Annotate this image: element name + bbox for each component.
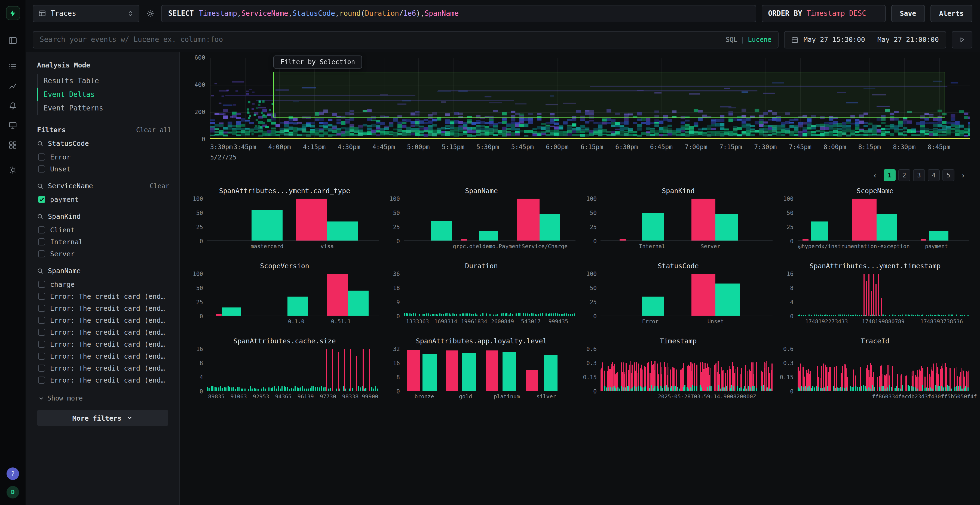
filter-option[interactable]: Error: The credit card (end… bbox=[37, 350, 172, 362]
pagination-prev[interactable]: ‹ bbox=[869, 169, 881, 181]
filter-option[interactable]: Error: The credit card (end… bbox=[37, 362, 172, 374]
order-by-editor[interactable]: ORDER BYTimestamp DESC bbox=[761, 5, 886, 22]
mini-chart-plot[interactable] bbox=[601, 199, 772, 241]
checkbox[interactable] bbox=[38, 316, 45, 324]
source-select[interactable]: Traces bbox=[33, 5, 139, 22]
mini-chart-plot[interactable] bbox=[601, 274, 772, 316]
filter-option[interactable]: payment bbox=[37, 193, 172, 205]
filter-option[interactable]: Error: The credit card (end… bbox=[37, 302, 172, 314]
bar bbox=[853, 387, 854, 391]
sql-select-editor[interactable]: SELECTTimestamp,ServiceName,StatusCode,r… bbox=[161, 5, 756, 22]
x-tick-label: grpc.oteldemo.PaymentService/Charge bbox=[453, 243, 568, 249]
bar bbox=[923, 385, 924, 391]
pagination-page-5[interactable]: 5 bbox=[942, 169, 955, 181]
bar bbox=[649, 388, 650, 391]
mini-chart-plot[interactable] bbox=[207, 199, 379, 241]
more-filters-button[interactable]: More filters bbox=[37, 410, 168, 426]
bar bbox=[803, 387, 804, 391]
analysis-mode-event-deltas[interactable]: Event Deltas bbox=[37, 87, 172, 101]
source-settings-gear-icon[interactable] bbox=[145, 8, 156, 19]
checkbox[interactable] bbox=[38, 238, 45, 245]
filter-option-label: Error: The credit card (end… bbox=[50, 352, 165, 360]
mini-chart-plot[interactable] bbox=[207, 349, 379, 391]
checkbox[interactable] bbox=[38, 353, 45, 359]
filter-option[interactable]: Error: The credit card (end… bbox=[37, 314, 172, 326]
bar bbox=[542, 313, 543, 316]
bar bbox=[229, 387, 230, 391]
checkbox[interactable] bbox=[38, 305, 45, 311]
filter-option[interactable]: Internal bbox=[37, 236, 172, 248]
app-root: ? D Traces SELECTTimestamp,ServiceName,S… bbox=[0, 0, 980, 505]
mini-chart-plot[interactable] bbox=[207, 274, 379, 316]
bar bbox=[516, 314, 517, 316]
checkbox[interactable] bbox=[38, 226, 45, 233]
alerts-button[interactable]: Alerts bbox=[931, 5, 972, 22]
help-button[interactable]: ? bbox=[6, 467, 19, 480]
filter-option[interactable]: Error: The credit card (end… bbox=[37, 326, 172, 338]
services-grid-icon[interactable] bbox=[5, 137, 21, 153]
bar bbox=[315, 387, 316, 391]
checkbox[interactable] bbox=[38, 153, 45, 160]
hyperdx-logo[interactable] bbox=[6, 6, 20, 20]
panels-icon[interactable] bbox=[5, 32, 21, 48]
search-input[interactable] bbox=[40, 35, 718, 43]
pagination-page-2[interactable]: 2 bbox=[898, 169, 910, 181]
mini-chart-plot[interactable] bbox=[404, 274, 576, 316]
filter-option[interactable]: charge bbox=[37, 278, 172, 290]
mini-chart-plot[interactable] bbox=[797, 199, 969, 241]
line-chart-icon[interactable] bbox=[5, 78, 21, 94]
filter-group-header-statuscode[interactable]: StatusCode bbox=[37, 139, 172, 148]
pagination-page-3[interactable]: 3 bbox=[913, 169, 925, 181]
checkbox[interactable] bbox=[38, 364, 45, 372]
analysis-mode-event-patterns[interactable]: Event Patterns bbox=[37, 101, 172, 115]
filter-group-header-spanname[interactable]: SpanName bbox=[37, 267, 172, 275]
heatmap-plot[interactable]: Filter by Selection bbox=[210, 58, 970, 139]
mini-chart-plot[interactable] bbox=[797, 274, 969, 316]
filter-group-header-spankind[interactable]: SpanKind bbox=[37, 212, 172, 221]
bar bbox=[888, 365, 888, 391]
mini-chart-plot[interactable] bbox=[404, 349, 576, 391]
show-more-button[interactable]: Show more bbox=[37, 393, 172, 402]
checkbox[interactable] bbox=[38, 340, 45, 348]
bar bbox=[963, 315, 964, 316]
bar bbox=[941, 315, 942, 316]
checkbox[interactable] bbox=[38, 281, 45, 287]
checkbox[interactable] bbox=[38, 376, 45, 383]
clear-all-filters-button[interactable]: Clear all bbox=[136, 126, 172, 133]
filter-option[interactable]: Error: The credit card (end… bbox=[37, 290, 172, 302]
bar bbox=[727, 370, 728, 391]
x-tick-label: 6:30pm bbox=[615, 143, 638, 151]
filter-option[interactable]: Error bbox=[37, 151, 172, 163]
alerts-bell-icon[interactable] bbox=[5, 97, 21, 114]
user-avatar[interactable]: D bbox=[6, 486, 19, 499]
checkbox[interactable] bbox=[38, 292, 45, 300]
mini-chart-plot[interactable] bbox=[797, 349, 969, 391]
filter-option[interactable]: Server bbox=[37, 248, 172, 260]
analysis-mode-results-table[interactable]: Results Table bbox=[37, 74, 172, 87]
dashboards-monitor-icon[interactable] bbox=[5, 117, 21, 133]
pagination-next[interactable]: › bbox=[957, 169, 969, 181]
checkbox-checked[interactable] bbox=[38, 195, 45, 203]
checkbox[interactable] bbox=[38, 329, 45, 335]
save-button[interactable]: Save bbox=[891, 5, 925, 22]
mini-chart-plot[interactable] bbox=[404, 199, 576, 241]
logs-list-icon[interactable] bbox=[5, 58, 21, 75]
checkbox[interactable] bbox=[38, 250, 45, 257]
filter-option[interactable]: Unset bbox=[37, 163, 172, 175]
mini-chart-plot[interactable] bbox=[601, 349, 772, 391]
settings-gear-icon[interactable] bbox=[5, 162, 21, 178]
filter-option[interactable]: Client bbox=[37, 224, 172, 236]
time-selection-region[interactable] bbox=[273, 71, 945, 117]
checkbox[interactable] bbox=[38, 165, 45, 172]
pagination-page-4[interactable]: 4 bbox=[928, 169, 940, 181]
run-query-button[interactable] bbox=[952, 31, 972, 48]
filter-option[interactable]: Error: The credit card (end… bbox=[37, 338, 172, 350]
bar bbox=[332, 349, 334, 391]
pagination-page-1[interactable]: 1 bbox=[884, 169, 896, 181]
filter-group-header-servicename[interactable]: ServiceNameClear bbox=[37, 182, 172, 190]
query-language-toggle[interactable]: SQL|Lucene bbox=[725, 36, 772, 43]
filter-by-selection-button[interactable]: Filter by Selection bbox=[273, 56, 362, 68]
date-range-picker[interactable]: May 27 15:30:00 - May 27 21:00:00 bbox=[784, 31, 946, 48]
filter-group-clear-button[interactable]: Clear bbox=[150, 182, 169, 190]
filter-option[interactable]: Error: The credit card (end… bbox=[37, 374, 172, 386]
